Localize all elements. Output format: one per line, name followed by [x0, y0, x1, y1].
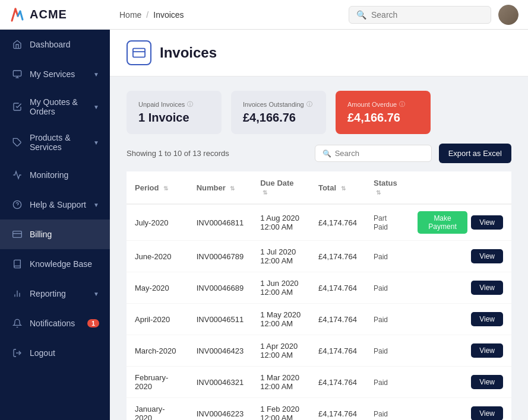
cell-number: INV00046423 — [188, 335, 252, 367]
col-actions — [409, 171, 511, 204]
invoices-table: Period ⇅ Number ⇅ Due Date ⇅ Total ⇅ Sta… — [127, 171, 511, 420]
table-search-box[interactable]: 🔍 — [315, 145, 432, 162]
make-payment-button[interactable]: Make Payment — [418, 211, 467, 234]
chevron-down-icon: ▼ — [93, 291, 99, 297]
logout-icon — [11, 346, 24, 359]
svg-line-0 — [12, 9, 15, 21]
cell-number: INV00046789 — [188, 241, 252, 272]
sidebar-item-help-support[interactable]: Help & Support ▼ — [0, 190, 110, 219]
table-toolbar: Showing 1 to 10 of 13 records 🔍 Export a… — [127, 144, 511, 163]
sidebar-label-monitoring: Monitoring — [30, 170, 99, 180]
cell-total: £4,174.764 — [310, 204, 365, 241]
view-button[interactable]: View — [471, 406, 503, 420]
svg-line-3 — [20, 11, 23, 20]
table-search-input[interactable] — [335, 149, 424, 158]
logo-text: ACME — [30, 8, 67, 21]
view-button[interactable]: View — [471, 375, 503, 389]
cell-due-date: 1 Apr 2020 12:00 AM — [252, 335, 310, 367]
col-status: Status ⇅ — [365, 171, 409, 204]
cell-number: INV00046811 — [188, 204, 252, 241]
monitoring-icon — [11, 168, 24, 182]
cell-number: INV00046223 — [188, 398, 252, 421]
sidebar-label-dashboard: Dashboard — [30, 40, 99, 49]
svg-rect-16 — [133, 49, 145, 58]
svg-rect-10 — [13, 231, 22, 238]
cell-actions: View — [409, 335, 511, 367]
header-search-box[interactable]: 🔍 — [349, 6, 491, 24]
cell-actions: View — [409, 304, 511, 335]
table-header-row: Period ⇅ Number ⇅ Due Date ⇅ Total ⇅ Sta… — [127, 171, 511, 204]
view-button[interactable]: View — [471, 249, 503, 263]
cell-total: £4,174.764 — [310, 367, 365, 398]
table-row: March-2020 INV00046423 1 Apr 2020 12:00 … — [127, 335, 511, 367]
cell-status: Paid — [365, 304, 409, 335]
sidebar-item-monitoring[interactable]: Monitoring — [0, 160, 110, 190]
sidebar-item-notifications[interactable]: Notifications 1 — [0, 308, 110, 338]
help-icon — [11, 198, 24, 211]
sidebar-item-reporting[interactable]: Reporting ▼ — [0, 279, 110, 308]
services-icon — [11, 68, 24, 81]
table-row: February-2020 INV00046321 1 Mar 2020 12:… — [127, 367, 511, 398]
cell-actions: View — [409, 241, 511, 272]
main-content: Invoices Unpaid Invoices ⓘ 1 Invoice Inv… — [110, 30, 528, 420]
table-row: July-2020 INV00046811 1 Aug 2020 12:00 A… — [127, 204, 511, 241]
cell-due-date: 1 Aug 2020 12:00 AM — [252, 204, 310, 241]
cell-due-date: 1 May 2020 12:00 AM — [252, 304, 310, 335]
sidebar-label-my-services: My Services — [30, 69, 93, 79]
cell-total: £4,174.764 — [310, 272, 365, 304]
sidebar-item-my-services[interactable]: My Services ▼ — [0, 59, 110, 89]
export-button[interactable]: Export as Excel — [439, 144, 511, 163]
cell-period: May-2020 — [127, 272, 188, 304]
page-header: Invoices — [110, 30, 528, 77]
cell-actions: Make Payment View — [409, 204, 511, 241]
chevron-down-icon: ▼ — [93, 104, 99, 110]
sidebar-label-logout: Logout — [30, 348, 99, 358]
table-row: January-2020 INV00046223 1 Feb 2020 12:0… — [127, 398, 511, 421]
cell-status: Paid — [365, 241, 409, 272]
cell-actions: View — [409, 272, 511, 304]
sidebar-item-knowledge-base[interactable]: Knowledge Base — [0, 249, 110, 279]
sidebar-item-billing[interactable]: Billing — [0, 219, 110, 249]
chevron-down-icon: ▼ — [93, 139, 99, 146]
cell-number: INV00046511 — [188, 304, 252, 335]
cell-period: June-2020 — [127, 241, 188, 272]
sidebar-item-products-services[interactable]: Products & Services ▼ — [0, 125, 110, 160]
sidebar-item-logout[interactable]: Logout — [0, 338, 110, 368]
cell-due-date: 1 Jul 2020 12:00 AM — [252, 241, 310, 272]
cell-period: April-2020 — [127, 304, 188, 335]
breadcrumb-home[interactable]: Home — [119, 10, 141, 20]
info-icon: ⓘ — [306, 100, 312, 109]
cell-status: Paid — [365, 272, 409, 304]
billing-icon — [11, 228, 24, 241]
table-row: April-2020 INV00046511 1 May 2020 12:00 … — [127, 304, 511, 335]
view-button[interactable]: View — [471, 312, 503, 326]
cell-number: INV00046689 — [188, 272, 252, 304]
cell-actions: View — [409, 398, 511, 421]
stat-card-outstanding: Invoices Outstanding ⓘ £4,166.76 — [231, 91, 326, 134]
chevron-down-icon: ▼ — [93, 202, 99, 208]
reporting-icon — [11, 287, 24, 300]
search-input[interactable] — [371, 10, 483, 20]
stat-value-unpaid: 1 Invoice — [138, 111, 210, 125]
view-button[interactable]: View — [471, 215, 503, 230]
cell-due-date: 1 Mar 2020 12:00 AM — [252, 367, 310, 398]
sidebar-label-help: Help & Support — [30, 200, 93, 209]
svg-rect-4 — [13, 71, 21, 76]
view-button[interactable]: View — [471, 281, 503, 295]
cell-due-date: 1 Feb 2020 12:00 AM — [252, 398, 310, 421]
sidebar-item-quotes-orders[interactable]: My Quotes & Orders ▼ — [0, 89, 110, 125]
sidebar-label-reporting: Reporting — [30, 289, 93, 298]
stats-row: Unpaid Invoices ⓘ 1 Invoice Invoices Out… — [110, 77, 528, 144]
avatar[interactable] — [498, 5, 518, 25]
sidebar-item-dashboard[interactable]: Dashboard — [0, 30, 110, 59]
cell-status: Paid — [365, 367, 409, 398]
col-due-date: Due Date ⇅ — [252, 171, 310, 204]
cell-actions: View — [409, 367, 511, 398]
logo-area: ACME — [10, 7, 119, 23]
cell-total: £4,174.764 — [310, 335, 365, 367]
cell-total: £4,174.764 — [310, 241, 365, 272]
cell-status: Paid — [365, 335, 409, 367]
cell-status: Part Paid — [365, 204, 409, 241]
view-button[interactable]: View — [471, 343, 503, 358]
cell-total: £4,174.764 — [310, 398, 365, 421]
